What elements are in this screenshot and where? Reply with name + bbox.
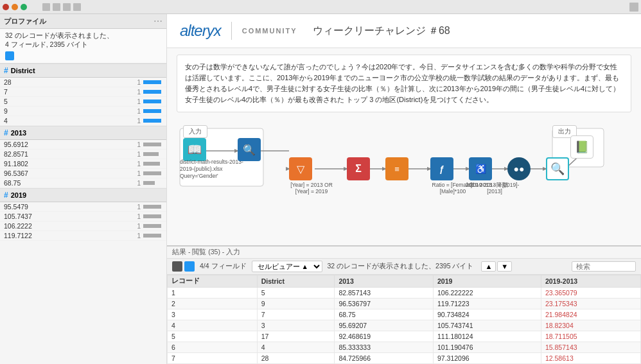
y2013-row-4: 96.5367 1 [0,169,166,178]
window-icon-1[interactable] [42,3,50,11]
search-input[interactable] [572,261,636,272]
cell-diff: 23.175343 [541,299,640,309]
browse-node-1[interactable]: 🔍 [238,138,261,161]
community-text: COMMUNITY [242,27,297,35]
profile-info: 32 のレコードが表示されました、 4 フィールド, 2395 バイト [5,31,161,49]
cell-record: 7 [168,353,258,364]
cell-district: 4 [257,342,335,353]
data-section: # District 28 1 7 1 5 1 9 1 [0,64,166,364]
cell-district: 3 [257,320,335,331]
description-box: 女の子は数学ができないなんて誰が言ったのでしょう？今は2020年です。今日、デー… [177,55,631,112]
district-row-2: 7 1 [0,87,166,97]
cell-record: 3 [168,309,258,320]
cell-district: 9 [257,299,335,309]
filter-node[interactable]: ▽ [Year] = 2013 OR [Year] = 2019 [289,157,334,195]
input-node[interactable]: 📖 [183,138,206,161]
cell-diff: 12.58613 [541,353,640,364]
toolbar-icon-2[interactable] [12,4,18,10]
y2019-row-3: 106.2222 1 [0,221,166,231]
profile-icons [5,51,161,60]
cell-2019: 119.71223 [434,299,541,309]
cell-2013: 96.536797 [335,299,434,309]
record-info: 32 のレコードが表示されました、2395 バイト [328,262,474,271]
district-row-4: 9 1 [0,107,166,116]
table-row[interactable]: 2 9 96.536797 119.71223 23.175343 [168,299,641,309]
cell-district: 5 [257,288,335,299]
district-row-5: 4 1 [0,116,166,126]
y2019-row-1: 95.5479 1 [0,202,166,212]
cell-2019: 111.180124 [434,331,541,342]
panel-options-icon[interactable]: ⋯ [154,16,162,26]
cell-2019: 97.312096 [434,353,541,364]
bottom-toolbar: 4/4 フィールド セルビュアー ▲ 32 のレコードが表示されました、2395… [167,259,641,275]
col-2019: 2019 [434,275,541,288]
filter-label: [Year] = 2013 OR [Year] = 2019 [289,182,334,195]
cellviewer-select[interactable]: セルビュアー ▲ [252,261,322,272]
summarize-node-1[interactable]: Σ [347,157,370,180]
nav-buttons: ▲ ▼ [481,261,512,272]
table-icon[interactable] [184,261,195,272]
window-icon-2[interactable] [53,3,60,11]
cell-2019: 101.190476 [434,342,541,353]
bar-container [143,100,162,103]
district-row-1: 28 1 [0,78,166,87]
bottom-left-icons [172,261,195,272]
y2019-row-2: 105.7437 1 [0,212,166,221]
table-row[interactable]: 6 4 85.333333 101.190476 15.857143 [168,342,641,353]
right-panel: alteryx COMMUNITY ウィークリーチャレンジ ＃68 女の子は数学… [167,14,641,364]
table-row[interactable]: 3 7 68.75 90.734824 21.984824 [168,309,641,320]
table-row[interactable]: 5 17 92.468619 111.180124 18.711505 [168,331,641,342]
cell-record: 2 [168,299,258,309]
window-icon-4[interactable] [73,3,81,11]
cell-record: 6 [168,342,258,353]
cell-2019: 90.734824 [434,309,541,320]
y2013-row-5: 68.75 1 [0,178,166,188]
col-diff: 2019-2013 [541,275,640,288]
table-row[interactable]: 7 28 84.725966 97.312096 12.58613 [168,353,641,364]
fields-info: 4/4 フィールド [200,262,247,271]
toolbar-right-icon[interactable] [629,3,638,12]
description-text: 女の子は数学ができないなんて誰が言ったのでしょう？今は2020年です。今日、デー… [185,63,620,103]
section-2019: # 2019 [0,188,166,202]
cell-district: 7 [257,309,335,320]
chart-icon[interactable] [5,51,14,60]
sort-node[interactable]: ●● [507,157,531,180]
canvas-area[interactable]: 女の子は数学ができないなんて誰が言ったのでしょう？今は2020年です。今日、デー… [167,48,641,245]
cell-diff: 15.857143 [541,342,640,353]
y2013-row-1: 95.6912 1 [0,140,166,150]
cell-diff: 18.82304 [541,320,640,331]
header-divider [231,22,232,40]
section-2013: # 2013 [0,126,166,140]
nav-down-button[interactable]: ▼ [497,261,512,272]
cell-diff: 18.711505 [541,331,640,342]
output-node[interactable]: 📗 [570,135,593,159]
input-label: 入力 [183,125,207,138]
grid-icon[interactable] [172,261,182,272]
bar-container [143,109,162,113]
cell-2013: 82.857143 [335,288,434,299]
cell-2019: 106.222222 [434,288,541,299]
y2013-row-2: 82.8571 1 [0,150,166,159]
multirow-node[interactable]: ≡ [385,157,408,180]
cell-district: 17 [257,331,335,342]
cell-record: 5 [168,331,258,342]
table-row[interactable]: 4 3 95.69207 105.743741 18.82304 [168,320,641,331]
browse-node-2[interactable]: 🔍 [546,157,569,180]
sort-label: 2019-2013 - 降順 [466,182,508,189]
window-icon-3[interactable] [63,3,71,11]
y2013-row-3: 91.1802 1 [0,159,166,169]
profile-section: 32 のレコードが表示されました、 4 フィールド, 2395 バイト [0,29,166,64]
cell-2019: 105.743741 [434,320,541,331]
cell-record: 1 [168,288,258,299]
data-table: レコード District 2013 2019 2019-2013 1 5 82… [167,275,641,364]
left-panel-header: プロファイル ⋯ [0,14,166,29]
results-label: 結果 - 閲覧 (35) - 入力 [167,247,641,259]
bottom-panel: 結果 - 閲覧 (35) - 入力 4/4 フィールド セルビュアー ▲ 32 … [167,245,641,364]
alteryx-header: alteryx COMMUNITY ウィークリーチャレンジ ＃68 [167,14,641,48]
cell-diff: 21.984824 [541,309,640,320]
table-row[interactable]: 1 5 82.857143 106.222222 23.365079 [168,288,641,299]
file-label: district-math-results-2013-2019-(public)… [180,159,244,180]
nav-up-button[interactable]: ▲ [481,261,496,272]
toolbar-icon-3[interactable] [21,4,27,10]
toolbar-icon-1[interactable] [3,4,9,10]
